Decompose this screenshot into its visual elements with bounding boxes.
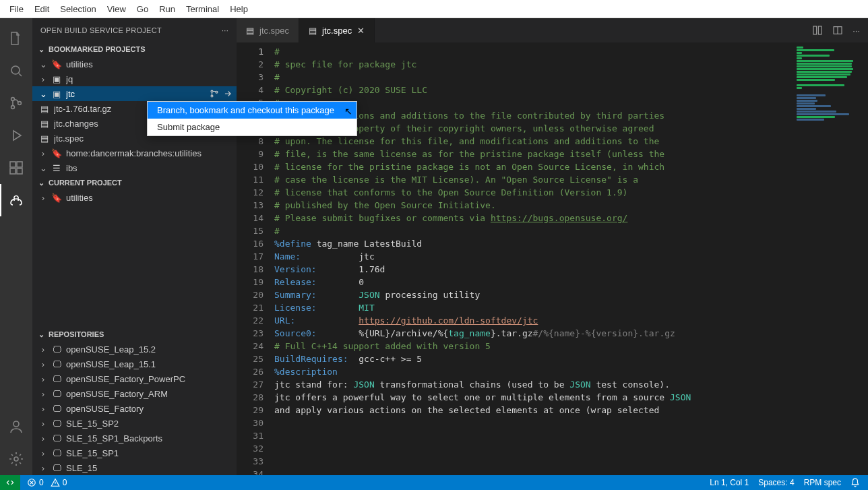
- file-icon: ▤: [246, 26, 254, 36]
- close-icon[interactable]: ✕: [357, 26, 365, 36]
- repo-item[interactable]: ›🖵openSUSE_Leap_15.1: [32, 357, 237, 371]
- chevron-down-icon: ⌄: [36, 330, 46, 339]
- section-repositories-label: REPOSITORIES: [49, 330, 104, 338]
- status-errors[interactable]: 0: [27, 478, 44, 487]
- chevron-right-icon: ›: [39, 74, 47, 84]
- cursor-icon: ↖: [344, 106, 352, 117]
- menu-view[interactable]: View: [102, 2, 131, 16]
- section-current[interactable]: ⌄ CURRENT PROJECT: [32, 175, 237, 190]
- chevron-down-icon: ⌄: [39, 163, 47, 173]
- repo-item-label: openSUSE_Leap_15.2: [66, 344, 156, 355]
- chevron-right-icon: ›: [39, 359, 47, 369]
- status-indent[interactable]: Spaces: 4: [758, 478, 794, 487]
- status-notifications-icon[interactable]: [850, 478, 860, 487]
- tree-item-label: utilities: [66, 193, 93, 203]
- repo-item[interactable]: ›🖵openSUSE_Leap_15.2: [32, 342, 237, 357]
- menu-selection[interactable]: Selection: [55, 2, 101, 16]
- chevron-right-icon: ›: [39, 344, 47, 355]
- arrow-right-icon[interactable]: [223, 89, 232, 98]
- chevron-right-icon: ›: [39, 193, 47, 203]
- section-repositories[interactable]: ⌄ REPOSITORIES: [32, 327, 237, 342]
- search-icon[interactable]: [0, 55, 32, 87]
- file-icon: ▤: [309, 26, 317, 36]
- tree-item-utilities[interactable]: ⌄🔖utilities: [32, 57, 237, 71]
- tree-item-label: jtc-1.76d.tar.gz: [54, 104, 111, 114]
- repo-icon: 🖵: [51, 373, 62, 384]
- svg-rect-6: [17, 169, 22, 174]
- more-icon[interactable]: ···: [222, 26, 228, 34]
- svg-rect-5: [10, 169, 16, 174]
- tab-label: jtc.spec: [259, 26, 289, 36]
- run-debug-icon[interactable]: [0, 119, 32, 152]
- repo-item-label: openSUSE_Factory_PowerPC: [66, 374, 185, 384]
- repo-item[interactable]: ›🖵SLE_15: [32, 460, 237, 475]
- branch-icon[interactable]: [210, 89, 219, 98]
- split-editor-icon[interactable]: [832, 25, 843, 36]
- repo-item-label: SLE_15_SP1_Backports: [66, 433, 162, 443]
- tree-item-label: jq: [66, 74, 73, 84]
- tab-jtc-spec-2[interactable]: ▤ jtc.spec ✕: [299, 18, 375, 42]
- repo-item-label: SLE_15_SP1: [66, 448, 119, 458]
- tree-item-ibs[interactable]: ⌄☰ibs: [32, 160, 237, 175]
- chevron-right-icon: ›: [39, 374, 47, 384]
- repo-item[interactable]: ›🖵SLE_15_SP2: [32, 416, 237, 431]
- menu-edit[interactable]: Edit: [29, 2, 55, 16]
- obs-icon[interactable]: [0, 184, 32, 216]
- diff-icon[interactable]: [812, 25, 823, 36]
- repo-icon: 🖵: [51, 418, 62, 429]
- context-menu-submit[interactable]: Submit package: [148, 119, 356, 135]
- file-icon: ▤: [39, 103, 50, 114]
- section-bookmarked[interactable]: ⌄ BOOKMARKED PROJECTS: [32, 42, 237, 57]
- menu-terminal[interactable]: Terminal: [181, 2, 224, 16]
- repo-item[interactable]: ›🖵openSUSE_Factory_PowerPC: [32, 371, 237, 386]
- menu-run[interactable]: Run: [154, 2, 181, 16]
- settings-gear-icon[interactable]: [0, 443, 32, 475]
- bookmark-icon: 🔖: [51, 192, 62, 203]
- current-tree: ›🔖utilities: [32, 190, 237, 205]
- tree-item-label: ibs: [66, 163, 78, 173]
- tree-item-current-utilities[interactable]: ›🔖utilities: [32, 190, 237, 205]
- tree-item-label: jtc.changes: [54, 119, 98, 129]
- status-language[interactable]: RPM spec: [804, 478, 841, 487]
- repositories-tree: ›🖵openSUSE_Leap_15.2›🖵openSUSE_Leap_15.1…: [32, 342, 237, 475]
- repo-item[interactable]: ›🖵openSUSE_Factory: [32, 401, 237, 416]
- status-position[interactable]: Ln 1, Col 1: [710, 478, 749, 487]
- tree-item-jtc[interactable]: ⌄▣jtc: [32, 86, 237, 101]
- minimap[interactable]: [794, 42, 868, 475]
- tree-item-label: home:dancermak:branches:utilities: [66, 148, 202, 158]
- repo-icon: 🖵: [51, 433, 62, 443]
- sidebar-title-text: OPEN BUILD SERVICE PROJECT: [40, 26, 162, 34]
- tab-jtc-spec-1[interactable]: ▤ jtc.spec: [237, 18, 299, 42]
- tree-item-home[interactable]: ›🔖home:dancermak:branches:utilities: [32, 146, 237, 160]
- svg-point-11: [211, 95, 213, 97]
- tree-item-label: jtc: [66, 89, 75, 99]
- menu-file[interactable]: File: [4, 2, 29, 16]
- context-menu-branch[interactable]: Branch, bookmark and checkout this packa…: [148, 102, 356, 119]
- svg-rect-7: [17, 162, 22, 167]
- repo-item[interactable]: ›🖵SLE_15_SP1_Backports: [32, 431, 237, 446]
- status-warnings[interactable]: 0: [51, 478, 67, 487]
- menu-go[interactable]: Go: [131, 2, 154, 16]
- repo-item-label: SLE_15: [66, 463, 97, 473]
- activity-bar: [0, 18, 32, 475]
- svg-rect-4: [10, 162, 16, 167]
- explorer-icon[interactable]: [0, 22, 32, 55]
- file-icon: ▤: [39, 118, 50, 129]
- scm-icon[interactable]: [0, 87, 32, 119]
- bookmark-icon: 🔖: [51, 148, 62, 158]
- repo-icon: 🖵: [51, 403, 62, 414]
- more-icon[interactable]: ···: [852, 26, 860, 36]
- tree-item-jq[interactable]: ›▣jq: [32, 71, 237, 86]
- menu-help[interactable]: Help: [224, 2, 253, 16]
- repo-item-label: openSUSE_Factory_ARM: [66, 389, 168, 399]
- repo-item[interactable]: ›🖵SLE_15_SP1: [32, 446, 237, 460]
- context-menu: Branch, bookmark and checkout this packa…: [147, 101, 357, 136]
- extensions-icon[interactable]: [0, 152, 32, 184]
- repo-item[interactable]: ›🖵openSUSE_Factory_ARM: [32, 386, 237, 401]
- menubar: File Edit Selection View Go Run Terminal…: [0, 0, 868, 18]
- chevron-right-icon: ›: [39, 148, 47, 158]
- remote-indicator[interactable]: [0, 475, 20, 490]
- accounts-icon[interactable]: [0, 410, 32, 443]
- repo-icon: 🖵: [51, 388, 62, 399]
- repo-icon: 🖵: [51, 448, 62, 458]
